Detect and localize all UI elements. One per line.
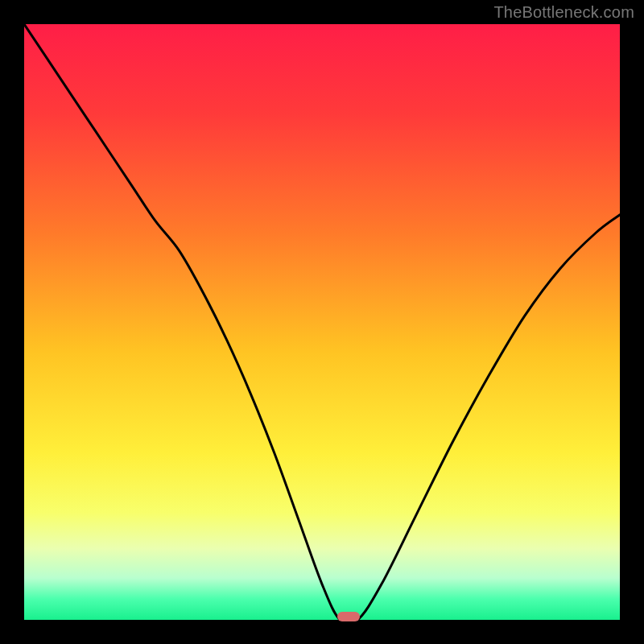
optimal-point-marker [337, 612, 360, 621]
attribution-watermark: TheBottleneck.com [493, 3, 634, 22]
plot-svg [24, 24, 620, 620]
chart-frame: TheBottleneck.com [0, 0, 644, 644]
plot-area [24, 24, 620, 620]
gradient-rect [24, 24, 620, 620]
